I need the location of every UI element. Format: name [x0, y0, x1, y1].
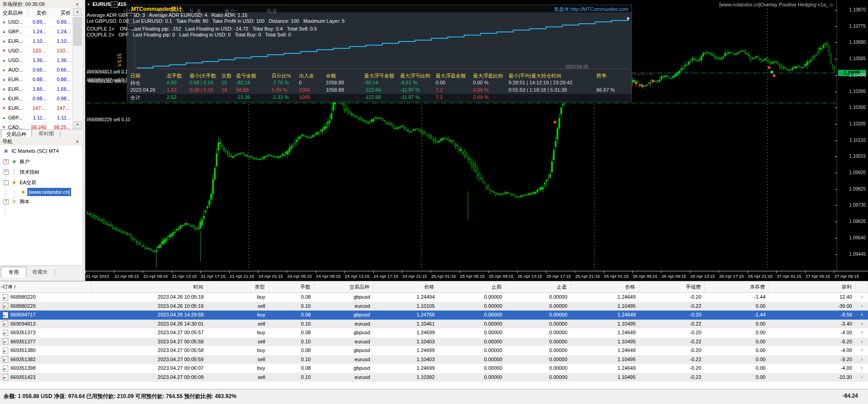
close-order-icon[interactable]: ×	[856, 328, 868, 337]
orders-column-header[interactable]: 库存费	[705, 281, 769, 292]
bid-price: 98.245	[28, 123, 46, 129]
orders-column-header[interactable]: 获利	[769, 281, 856, 292]
market-watch-row[interactable]: ▲GBP...1.11...1.11...	[0, 113, 76, 123]
tab-favorites[interactable]: 收藏夹	[27, 267, 53, 277]
price-tick	[835, 140, 837, 141]
sidebar-item-3[interactable]: -◆EA交易	[0, 178, 82, 186]
close-icon[interactable]: ×	[76, 138, 79, 146]
close-order-icon[interactable]: ×	[856, 364, 868, 373]
tree-item-label[interactable]: 技术指标	[18, 168, 41, 176]
orders-column-header[interactable]: 止损	[438, 281, 506, 292]
chart-area[interactable]: ▼EURUSD,M15 – [www.notandor.cn]Overlay P…	[85, 0, 837, 271]
sidebar-item-4[interactable]: ◆[www.notandor.cn]	[0, 188, 82, 196]
close-icon[interactable]: ×	[76, 0, 79, 9]
order-time: 2023.04.27 00:06:07	[91, 364, 207, 373]
mtcommander-brand-link[interactable]: 复盘侠 http://MTCommander.com	[554, 6, 628, 13]
stats-value: -122.66	[364, 87, 381, 93]
column-symbol[interactable]: 交易品种	[3, 8, 23, 17]
market-watch-row[interactable]: ▲USD...0.89...0.89...	[0, 17, 76, 27]
stats-value: -11.97 %	[400, 94, 420, 100]
price-axis[interactable]: 1.10495 1.108701.107751.106801.105851.10…	[837, 0, 868, 271]
tab-tick-chart[interactable]: 即时图	[35, 129, 58, 137]
order-row[interactable]: 6693513822023.04.27 00:05:59sell0.10euru…	[0, 355, 868, 364]
tree-item-label[interactable]: 脚本	[18, 197, 31, 206]
market-watch-row[interactable]: ▲EUR...1.10...1.10...	[0, 36, 76, 47]
sidebar-item-account-root[interactable]: ▣IC Markets (SC) MT4	[0, 147, 82, 155]
order-row[interactable]: 6693514232023.04.27 00:06:09sell0.10euru…	[0, 373, 868, 382]
close-order-icon[interactable]: ×	[856, 337, 868, 347]
order-row[interactable]: 6693513802023.04.27 00:05:58buy0.08gbpus…	[0, 346, 868, 355]
order-row[interactable]: 6693513772023.04.27 00:05:58sell0.10euru…	[0, 337, 868, 347]
tab-symbols[interactable]: 交易品种	[1, 129, 32, 138]
close-order-icon[interactable]: ×	[856, 355, 868, 364]
market-watch-row[interactable]: ▲AUD...0.66...0.66...	[0, 65, 76, 75]
market-watch-row[interactable]: ▲EUR...0.98...0.98...	[0, 94, 76, 104]
tree-item-label[interactable]: EA交易	[18, 178, 38, 186]
close-order-icon[interactable]: ×	[856, 302, 868, 311]
market-watch-row[interactable]: ▼EUR...147....147....	[0, 104, 76, 114]
tree-item-label[interactable]: [www.notandor.cn]	[27, 188, 71, 196]
scroll-down-icon[interactable]: ▼	[73, 121, 82, 129]
orders-column-header[interactable]: 手数	[269, 281, 314, 292]
orders-column-header[interactable]: 时间	[91, 281, 207, 292]
orders-column-header[interactable]: 交易品种	[314, 281, 374, 292]
order-time: 2023.04.27 00:06:09	[91, 373, 207, 382]
order-row[interactable]: 6689802202023.04.26 10:05:18buy0.08gbpus…	[0, 293, 868, 302]
market-watch-row[interactable]: ▼USD...133....133....	[0, 46, 76, 56]
tree-item-label[interactable]: IC Markets (SC) MT4	[10, 147, 60, 155]
close-order-icon[interactable]: ×	[856, 293, 868, 302]
bid-price: 0.66...	[28, 65, 46, 75]
expand-icon[interactable]: +	[4, 170, 9, 175]
time-axis[interactable]: 21 Apr 202321 Apr 05:1521 Apr 09:1521 Ap…	[85, 271, 868, 281]
expand-icon[interactable]: +	[4, 199, 9, 204]
orders-column-header[interactable]: 类型	[207, 281, 269, 292]
tree-item-label[interactable]: 账户	[18, 157, 31, 166]
sidebar-item-5[interactable]: +≣脚本	[0, 197, 82, 206]
market-watch-row[interactable]: ▲EUR...1.66...1.66...	[0, 84, 76, 94]
close-order-icon[interactable]: ×	[856, 320, 868, 329]
close-order-icon[interactable]: ×	[856, 346, 868, 355]
close-order-icon[interactable]: ×	[856, 311, 868, 320]
terminal-collapse-icon[interactable]: «	[1, 284, 4, 289]
scroll-up-icon[interactable]: ▲	[73, 8, 82, 16]
collapse-icon[interactable]: -	[4, 180, 9, 185]
time-tick-label: 21 Apr 2023	[86, 274, 109, 279]
window-minimize-icon[interactable]: –	[111, 1, 118, 8]
market-watch-scrollbar[interactable]: ▲ ▼	[72, 8, 82, 129]
time-tick-label: 25 Apr 01:15	[431, 274, 456, 279]
orders-column-header[interactable]: 止盈	[506, 281, 571, 292]
orders-column-header[interactable]: 价格	[571, 281, 639, 292]
scrollbar-thumb[interactable]	[73, 17, 82, 46]
sidebar-item-1[interactable]: +◉账户	[0, 157, 82, 166]
column-ask[interactable]: 买价	[48, 8, 71, 17]
order-profit: -4.00	[769, 346, 856, 355]
panel-expand-icon[interactable]: +	[128, 13, 134, 20]
sidebar-item-2[interactable]: +ƒ技术指标	[0, 168, 82, 176]
ea-icon: ◆	[20, 189, 26, 195]
order-row[interactable]: 6693513732023.04.27 00:05:57buy0.08gbpus…	[0, 328, 868, 337]
expand-icon[interactable]: +	[4, 159, 9, 164]
orders-column-header[interactable]: 价格	[374, 281, 438, 292]
symbol-name: EUR...	[8, 36, 23, 46]
order-row[interactable]: 6689802292023.04.26 10:05:19sell0.10euru…	[0, 302, 868, 311]
order-stop-loss: 0.00000	[438, 311, 506, 320]
ghost-button-8[interactable]: 轨迹	[267, 8, 277, 15]
order-row[interactable]: 6690948132023.04.26 14:30:01sell0.10euru…	[0, 320, 868, 329]
tab-common[interactable]: 常用	[1, 267, 26, 278]
time-tick-label: 26 Apr 21:15	[748, 274, 773, 279]
close-order-icon[interactable]: ×	[856, 373, 868, 382]
order-row[interactable]: 6693513982023.04.27 00:06:07buy0.08gbpus…	[0, 364, 868, 373]
market-watch-row[interactable]: ▲GBP...1.24...1.24...	[0, 27, 76, 37]
mtcommander-titlebar[interactable]: MTCommander统计 复盘侠 http://MTCommander.com	[127, 5, 632, 12]
tick-up-icon: ▲	[2, 56, 6, 65]
orders-column-header[interactable]: 订单 /	[0, 281, 91, 292]
panel-help-icon[interactable]: ?	[128, 23, 134, 30]
order-time: 2023.04.27 00:05:57	[91, 328, 207, 337]
column-bid[interactable]: 卖价	[28, 8, 46, 17]
market-watch-row[interactable]: ▲EUR...0.88...0.88...	[0, 75, 76, 85]
chevron-down-icon[interactable]: ▼	[87, 2, 91, 7]
orders-column-header[interactable]: 手续费	[639, 281, 705, 292]
order-row[interactable]: 6690947172023.04.26 14:29:59buy0.08gbpus…	[0, 311, 868, 320]
market-watch-row[interactable]: ▲USD...1.36...1.36...	[0, 56, 76, 66]
market-watch-row[interactable]: ▼CAD...98.24598.25...	[0, 123, 76, 129]
